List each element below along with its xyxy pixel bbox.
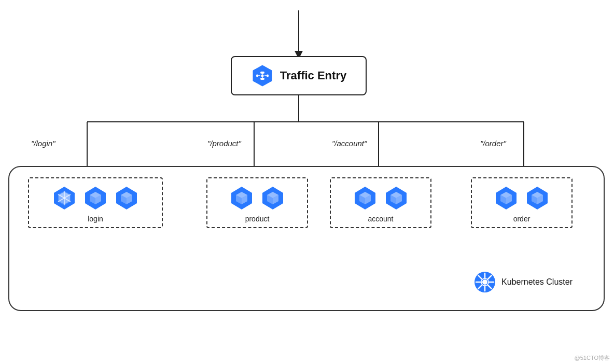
service-label-product: product [245,215,270,227]
route-label-order: "/order" [480,139,506,148]
diagram-container: Traffic Entry "/login" "/product" "/acco… [0,0,614,364]
product-pod-icon-2 [259,185,286,212]
svg-rect-10 [260,78,264,80]
order-pod-icon-2 [524,185,551,212]
service-group-order: order [471,177,573,228]
product-pod-icon-1 [228,185,255,212]
product-icons [221,178,294,215]
service-group-product: product [206,177,308,228]
order-icons [485,178,558,215]
svg-rect-14 [256,75,258,77]
route-label-account: "/account" [332,139,367,148]
k8s-legend: Kubernetes Cluster [473,271,573,293]
service-group-account: account [330,177,431,228]
kubernetes-icon [473,271,496,293]
service-label-account: account [368,215,393,227]
login-pod-icon-1 [51,185,78,212]
order-pod-icon-1 [493,185,520,212]
svg-point-9 [261,75,263,77]
login-pod-icon-2 [82,185,109,212]
traffic-entry-label: Traffic Entry [280,69,346,82]
account-icons [344,178,417,215]
k8s-cluster-box: login product [8,166,605,311]
svg-point-58 [482,279,487,285]
route-label-product: "/product" [207,139,241,148]
login-icons [44,178,147,215]
route-label-login: "/login" [31,139,55,148]
svg-rect-8 [260,72,264,74]
service-label-order: order [513,215,531,227]
service-label-login: login [88,215,103,227]
account-pod-icon-2 [383,185,410,212]
account-pod-icon-1 [352,185,379,212]
watermark: @51CTO博客 [575,354,610,362]
login-pod-icon-3 [113,185,140,212]
traffic-entry-box: Traffic Entry [231,56,367,95]
traffic-entry-icon [251,64,274,87]
service-group-login: login [28,177,163,228]
svg-rect-16 [267,75,269,77]
k8s-legend-label: Kubernetes Cluster [501,277,573,287]
